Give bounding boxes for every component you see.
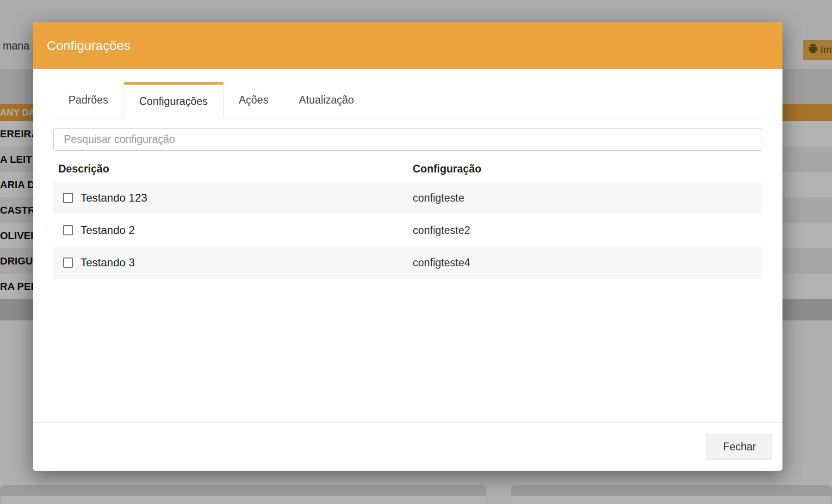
table-header: Descrição Configuração: [53, 163, 762, 175]
table-row[interactable]: Testando 123 configteste: [53, 182, 762, 214]
config-value: configteste: [413, 192, 762, 204]
tab-atualizacao[interactable]: Atualização: [284, 82, 369, 118]
description-cell: Testando 3: [53, 256, 413, 269]
search-input[interactable]: [53, 128, 762, 151]
modal-footer: Fechar: [33, 422, 782, 471]
column-header-config: Configuração: [413, 163, 762, 175]
tab-label: Configurações: [139, 95, 208, 108]
description-label: Testando 3: [81, 256, 135, 269]
config-table: Testando 123 configteste Testando 2 conf…: [53, 182, 762, 279]
tab-label: Ações: [239, 94, 268, 106]
column-header-description: Descrição: [53, 163, 413, 175]
modal-body: Padrões Configurações Ações Atualização …: [33, 82, 782, 279]
settings-modal: Configurações Padrões Configurações Açõe…: [33, 22, 782, 471]
config-value: configteste2: [413, 224, 762, 237]
tab-label: Atualização: [299, 94, 354, 106]
config-value: configteste4: [413, 257, 762, 269]
row-checkbox[interactable]: [63, 225, 73, 235]
table-row[interactable]: Testando 3 configteste4: [53, 246, 762, 279]
table-row[interactable]: Testando 2 configteste2: [53, 214, 762, 246]
row-checkbox[interactable]: [63, 258, 73, 268]
tab-configuracoes[interactable]: Configurações: [124, 82, 224, 118]
close-button[interactable]: Fechar: [707, 434, 772, 460]
description-label: Testando 2: [81, 224, 135, 237]
tab-padroes[interactable]: Padrões: [53, 82, 124, 118]
description-cell: Testando 123: [53, 191, 413, 204]
row-checkbox[interactable]: [63, 193, 73, 203]
tab-label: Padrões: [68, 94, 108, 106]
modal-title: Configurações: [47, 38, 130, 53]
description-label: Testando 123: [81, 191, 147, 204]
description-cell: Testando 2: [53, 224, 413, 237]
modal-header: Configurações: [33, 22, 782, 69]
tab-bar: Padrões Configurações Ações Atualização: [53, 82, 762, 118]
tab-acoes[interactable]: Ações: [224, 82, 284, 118]
